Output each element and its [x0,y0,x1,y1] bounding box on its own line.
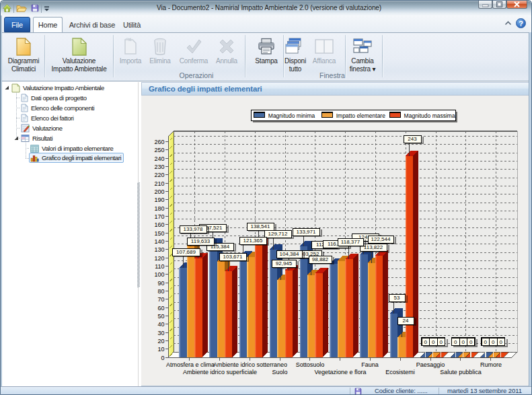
svg-text:0: 0 [454,339,457,345]
svg-text:Rumore: Rumore [480,361,502,368]
svg-text:180: 180 [154,205,164,212]
svg-text:121,365: 121,365 [243,238,263,244]
svg-text:133,971: 133,971 [297,229,316,235]
svg-text:100: 100 [154,271,164,278]
svg-text:53: 53 [394,295,400,301]
svg-text:60: 60 [157,305,164,312]
svg-text:Fauna: Fauna [361,361,379,368]
svg-text:230: 230 [154,164,164,170]
svg-text:70: 70 [157,296,164,303]
svg-text:50: 50 [157,313,164,320]
svg-text:20: 20 [157,338,164,345]
svg-text:Salute pubblica: Salute pubblica [440,369,482,375]
svg-text:98,882: 98,882 [312,256,329,262]
svg-text:140: 140 [154,238,164,245]
svg-text:Magnitudo minima: Magnitudo minima [268,112,315,119]
svg-text:113,822: 113,822 [364,244,383,250]
svg-text:10: 10 [157,346,164,353]
svg-text:0: 0 [161,355,164,361]
svg-text:122,544: 122,544 [371,236,391,242]
svg-text:0: 0 [499,339,502,345]
svg-text:240: 240 [154,155,164,162]
svg-text:24: 24 [403,318,409,324]
svg-text:Atmosfera e clima: Atmosfera e clima [166,361,215,368]
svg-text:170: 170 [154,213,164,220]
svg-text:Impatto elementare: Impatto elementare [336,112,386,119]
svg-text:110: 110 [155,263,164,270]
svg-text:Suolo: Suolo [272,369,287,375]
svg-text:150: 150 [154,230,164,237]
svg-text:160: 160 [154,221,164,228]
svg-text:138,541: 138,541 [251,223,270,229]
svg-text:30: 30 [157,330,164,336]
svg-text:0: 0 [432,339,435,345]
svg-text:190: 190 [154,196,164,203]
svg-text:40: 40 [157,321,164,328]
svg-text:0: 0 [484,339,487,345]
svg-text:0: 0 [439,339,443,345]
svg-text:0: 0 [461,339,465,345]
svg-text:133,978: 133,978 [184,226,203,232]
svg-text:200: 200 [154,188,164,195]
svg-text:0: 0 [492,339,495,345]
svg-text:Sottosuolo: Sottosuolo [296,361,325,368]
svg-text:Ecosistemi: Ecosistemi [385,369,415,375]
svg-text:130: 130 [154,246,164,253]
svg-text:118,377: 118,377 [341,239,360,245]
svg-text:107,689: 107,689 [176,249,196,255]
svg-text:Paesaggio: Paesaggio [416,361,445,368]
svg-text:243: 243 [408,136,417,142]
svg-text:120: 120 [154,255,164,262]
svg-text:80: 80 [157,288,164,295]
svg-text:Magnitudo massima: Magnitudo massima [404,112,455,119]
svg-text:220: 220 [154,172,164,178]
svg-text:92,945: 92,945 [276,260,293,266]
svg-text:0: 0 [424,339,427,345]
svg-text:Ambiente idrico superficiale: Ambiente idrico superficiale [183,369,257,375]
svg-text:250: 250 [154,147,164,153]
svg-text:119,633: 119,633 [191,238,211,244]
svg-text:210: 210 [154,180,164,187]
svg-text:90: 90 [157,280,164,287]
svg-text:Ambiente idrico sotterraneo: Ambiente idrico sotterraneo [213,361,287,368]
svg-text:Vegetazione e flora: Vegetazione e flora [314,369,366,375]
svg-text:0: 0 [469,339,473,345]
svg-text:129,712: 129,712 [268,231,288,237]
svg-text:260: 260 [154,139,164,145]
svg-text:104,384: 104,384 [280,251,299,257]
svg-text:103,671: 103,671 [223,254,243,260]
